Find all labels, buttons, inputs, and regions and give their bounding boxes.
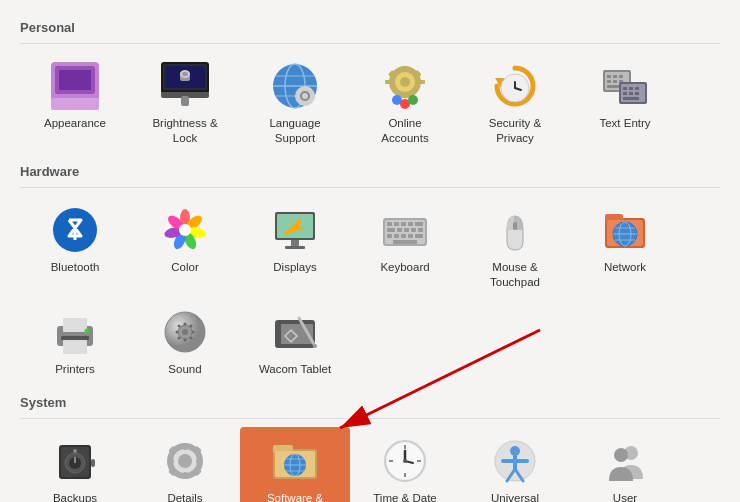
- appearance-icon: [51, 62, 99, 110]
- security-privacy-label: Security &Privacy: [489, 116, 541, 146]
- displays-icon: [271, 206, 319, 254]
- svg-rect-79: [401, 222, 406, 226]
- svg-rect-81: [415, 222, 423, 226]
- software-updates-label: Software &Updates: [267, 491, 323, 502]
- system-grid: Backups: [20, 427, 720, 502]
- svg-rect-77: [387, 222, 392, 226]
- time-date-icon: [381, 437, 429, 485]
- svg-rect-137: [167, 459, 174, 463]
- svg-rect-20: [304, 102, 307, 106]
- item-wacom-tablet[interactable]: Wacom Tablet: [240, 298, 350, 385]
- security-privacy-icon: [491, 62, 539, 110]
- keyboard-icon: [381, 206, 429, 254]
- svg-point-131: [73, 449, 77, 453]
- svg-rect-19: [304, 86, 307, 90]
- color-label: Color: [171, 260, 198, 275]
- item-details[interactable]: Details: [130, 427, 240, 502]
- mouse-touchpad-label: Mouse &Touchpad: [490, 260, 540, 290]
- printers-label: Printers: [55, 362, 95, 377]
- svg-rect-27: [403, 92, 407, 98]
- item-bluetooth[interactable]: Bluetooth: [20, 196, 130, 298]
- item-backups[interactable]: Backups: [20, 427, 130, 502]
- section-personal: Personal: [20, 20, 720, 35]
- item-printers[interactable]: Printers: [20, 298, 130, 385]
- item-appearance[interactable]: Appearance: [20, 52, 130, 154]
- brightness-lock-label: Brightness &Lock: [152, 116, 217, 146]
- svg-point-67: [179, 224, 191, 236]
- svg-rect-90: [408, 234, 413, 238]
- svg-rect-42: [613, 75, 617, 78]
- item-mouse-touchpad[interactable]: Mouse &Touchpad: [460, 196, 570, 298]
- svg-rect-91: [415, 234, 423, 238]
- svg-rect-73: [291, 240, 299, 246]
- item-universal-access[interactable]: UniversalAccess: [460, 427, 570, 502]
- svg-rect-10: [181, 96, 189, 106]
- svg-rect-78: [394, 222, 399, 226]
- svg-rect-85: [411, 228, 416, 232]
- svg-rect-130: [91, 459, 95, 467]
- personal-grid: Appearance Brightness &Lock: [20, 52, 720, 154]
- svg-rect-22: [311, 95, 315, 98]
- svg-rect-84: [404, 228, 409, 232]
- svg-rect-92: [393, 240, 417, 244]
- item-software-updates[interactable]: Software &Updates: [240, 427, 350, 502]
- bluetooth-icon: [51, 206, 99, 254]
- backups-label: Backups: [53, 491, 97, 502]
- svg-rect-105: [63, 340, 87, 354]
- svg-rect-55: [635, 92, 639, 95]
- divider-system: [20, 418, 720, 419]
- svg-point-107: [85, 328, 90, 333]
- item-time-date[interactable]: Time & Date: [350, 427, 460, 502]
- svg-rect-29: [419, 80, 425, 84]
- item-user-accounts[interactable]: UserAccounts: [570, 427, 680, 502]
- item-displays[interactable]: Displays: [240, 196, 350, 298]
- svg-rect-43: [619, 75, 623, 78]
- svg-rect-21: [295, 95, 299, 98]
- keyboard-label: Keyboard: [380, 260, 429, 275]
- settings-main: Personal Appearance: [0, 0, 740, 502]
- item-brightness-lock[interactable]: Brightness &Lock: [130, 52, 240, 154]
- svg-rect-82: [387, 228, 395, 232]
- online-accounts-icon: [381, 62, 429, 110]
- wacom-icon: [271, 308, 319, 356]
- svg-rect-86: [418, 228, 423, 232]
- svg-rect-54: [629, 92, 633, 95]
- svg-rect-80: [408, 222, 413, 226]
- svg-rect-135: [183, 443, 187, 450]
- svg-rect-26: [403, 66, 407, 72]
- svg-rect-41: [607, 75, 611, 78]
- svg-rect-136: [183, 472, 187, 479]
- item-color[interactable]: Color: [130, 196, 240, 298]
- backups-icon: [51, 437, 99, 485]
- item-network[interactable]: Network: [570, 196, 680, 298]
- bluetooth-label: Bluetooth: [51, 260, 100, 275]
- svg-rect-74: [285, 246, 305, 249]
- brightness-lock-icon: [161, 62, 209, 110]
- svg-rect-2: [59, 70, 91, 90]
- svg-rect-3: [51, 98, 99, 110]
- svg-rect-88: [394, 234, 399, 238]
- item-keyboard[interactable]: Keyboard: [350, 196, 460, 298]
- item-online-accounts[interactable]: OnlineAccounts: [350, 52, 460, 154]
- svg-point-134: [178, 454, 192, 468]
- svg-rect-28: [385, 80, 391, 84]
- svg-rect-89: [401, 234, 406, 238]
- displays-label: Displays: [273, 260, 316, 275]
- svg-rect-44: [607, 80, 611, 83]
- wacom-tablet-label: Wacom Tablet: [259, 362, 331, 377]
- item-language-support[interactable]: LanguageSupport: [240, 52, 350, 154]
- mouse-icon: [491, 206, 539, 254]
- language-support-label: LanguageSupport: [269, 116, 320, 146]
- svg-rect-83: [397, 228, 402, 232]
- section-system: System: [20, 395, 720, 410]
- item-text-entry[interactable]: Text Entry: [570, 52, 680, 154]
- divider-personal: [20, 43, 720, 44]
- svg-point-18: [302, 93, 308, 99]
- item-sound[interactable]: Sound: [130, 298, 240, 385]
- appearance-label: Appearance: [44, 116, 106, 131]
- item-security-privacy[interactable]: Security &Privacy: [460, 52, 570, 154]
- divider-hardware: [20, 187, 720, 188]
- svg-rect-45: [613, 80, 617, 83]
- svg-rect-138: [196, 459, 203, 463]
- user-accounts-label: UserAccounts: [601, 491, 648, 502]
